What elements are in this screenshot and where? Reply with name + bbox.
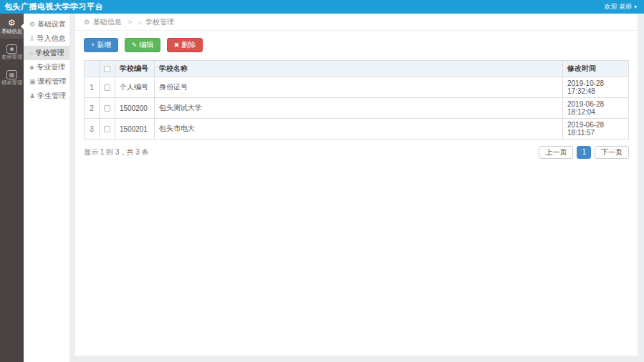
index-column-header [85, 61, 100, 77]
sidebar-item-report-mgmt[interactable]: ▦ 报表管理 [0, 66, 24, 90]
school-name-header: 学校名称 [155, 61, 563, 77]
trash-icon: ✖ [174, 41, 180, 49]
next-page-button[interactable]: 下一页 [595, 146, 629, 159]
submenu-item-major-mgmt[interactable]: ◈专业管理 [24, 60, 69, 74]
plus-icon: + [91, 41, 95, 49]
breadcrumb-separator: > [128, 19, 132, 26]
school-code-cell: 个人编号 [115, 77, 155, 98]
row-index: 3 [85, 119, 100, 140]
main-panel: ⚙ 基础信息 > ⌂ 学校管理 +新增 ✎编辑 ✖删除 学校编号 学校名称 修改… [75, 14, 638, 356]
submenu-item-basic-settings[interactable]: ⚙基础设置 [24, 17, 69, 31]
table-row[interactable]: 3 1500201 包头市电大 2019-06-28 18:11:57 [85, 119, 629, 140]
submenu-label: 专业管理 [37, 63, 65, 71]
student-icon: ♟ [29, 92, 35, 99]
add-button-label: 新增 [97, 41, 111, 49]
delete-button-label: 删除 [181, 41, 196, 49]
sidebar-item-teacher-mgmt[interactable]: ☻ 老师管理 [0, 40, 24, 64]
secondary-sidebar: ⚙基础设置 ⇩导入信息 ⌂学校管理 ◈专业管理 ▣课程管理 ♟学生管理 [24, 14, 69, 362]
table-row[interactable]: 1 个人编号 身份证号 2019-10-28 17:32:48 [85, 77, 629, 98]
row-index: 1 [85, 77, 100, 98]
course-icon: ▣ [29, 78, 36, 85]
caret-down-icon: ▾ [634, 4, 637, 10]
row-checkbox[interactable] [104, 126, 110, 132]
report-icon: ▦ [6, 70, 17, 79]
select-all-header [100, 61, 115, 77]
toolbar: +新增 ✎编辑 ✖删除 [84, 37, 629, 52]
school-icon: ⌂ [29, 49, 33, 57]
submenu-item-student-mgmt[interactable]: ♟学生管理 [24, 89, 69, 103]
user-menu[interactable]: 欢迎 老师 ▾ [604, 2, 637, 11]
school-name-cell: 包头测试大学 [155, 98, 563, 119]
modified-time-header: 修改时间 [563, 61, 629, 77]
sidebar-item-label: 报表管理 [1, 80, 23, 87]
row-select-cell [100, 98, 115, 119]
teacher-icon: ☻ [6, 44, 17, 54]
add-button[interactable]: +新增 [84, 38, 118, 52]
major-icon: ◈ [29, 64, 34, 71]
submenu-item-course-mgmt[interactable]: ▣课程管理 [24, 74, 69, 89]
table-footer: 显示 1 到 3，共 3 条 上一页 1 下一页 [84, 146, 629, 159]
row-index: 2 [85, 98, 100, 119]
submenu-label: 学校管理 [35, 49, 64, 57]
submenu-label: 导入信息 [37, 34, 66, 42]
app-title: 包头广播电视大学学习平台 [4, 1, 103, 12]
school-code-cell: 1500200 [115, 98, 155, 119]
table-header-row: 学校编号 学校名称 修改时间 [85, 61, 629, 77]
modified-time-cell: 2019-06-28 18:11:57 [563, 119, 629, 140]
gear-icon: ⚙ [84, 19, 90, 26]
primary-sidebar: ⚙ 基础信息 ☻ 老师管理 ▦ 报表管理 [0, 14, 24, 362]
sidebar-item-label: 基础信息 [1, 29, 23, 35]
modified-time-cell: 2019-06-28 18:12:04 [563, 98, 629, 119]
school-name-cell: 身份证号 [155, 77, 563, 98]
pagination: 上一页 1 下一页 [539, 146, 629, 159]
edit-button[interactable]: ✎编辑 [125, 38, 161, 52]
edit-button-label: 编辑 [139, 41, 153, 49]
prev-page-button[interactable]: 上一页 [539, 146, 573, 159]
sidebar-item-basic-info[interactable]: ⚙ 基础信息 [0, 14, 24, 39]
breadcrumb-parent[interactable]: 基础信息 [93, 18, 122, 26]
top-navbar: 包头广播电视大学学习平台 欢迎 老师 ▾ [0, 0, 644, 14]
school-code-header: 学校编号 [115, 61, 155, 77]
row-select-cell [100, 77, 115, 98]
pencil-icon: ✎ [132, 41, 138, 49]
page-1-button[interactable]: 1 [577, 146, 591, 159]
school-name-cell: 包头市电大 [155, 119, 563, 140]
school-code-cell: 1500201 [115, 119, 155, 140]
gear-icon: ⚙ [29, 21, 35, 28]
submenu-label: 基础设置 [37, 20, 66, 28]
submenu-item-school-mgmt[interactable]: ⌂学校管理 [24, 46, 69, 60]
breadcrumb: ⚙ 基础信息 > ⌂ 学校管理 [75, 14, 638, 31]
submenu-item-import-info[interactable]: ⇩导入信息 [24, 31, 69, 46]
pagination-summary: 显示 1 到 3，共 3 条 [84, 147, 149, 157]
modified-time-cell: 2019-10-28 17:32:48 [563, 77, 629, 98]
row-select-cell [100, 119, 115, 140]
user-menu-label: 欢迎 老师 [604, 2, 632, 11]
content-area: +新增 ✎编辑 ✖删除 学校编号 学校名称 修改时间 1 个人编号 身份 [75, 31, 638, 159]
cogs-icon: ⚙ [0, 18, 24, 28]
row-checkbox[interactable] [104, 84, 110, 91]
school-icon: ⌂ [138, 19, 142, 26]
delete-button[interactable]: ✖删除 [167, 38, 203, 52]
import-icon: ⇩ [29, 35, 35, 42]
submenu-label: 学生管理 [37, 92, 66, 99]
sidebar-item-label: 老师管理 [1, 54, 23, 61]
row-checkbox[interactable] [104, 105, 110, 112]
breadcrumb-current: 学校管理 [145, 18, 174, 26]
schools-table: 学校编号 学校名称 修改时间 1 个人编号 身份证号 2019-10-28 17… [84, 60, 629, 140]
submenu-label: 课程管理 [38, 77, 67, 85]
table-row[interactable]: 2 1500200 包头测试大学 2019-06-28 18:12:04 [85, 98, 629, 119]
select-all-checkbox[interactable] [104, 66, 110, 72]
